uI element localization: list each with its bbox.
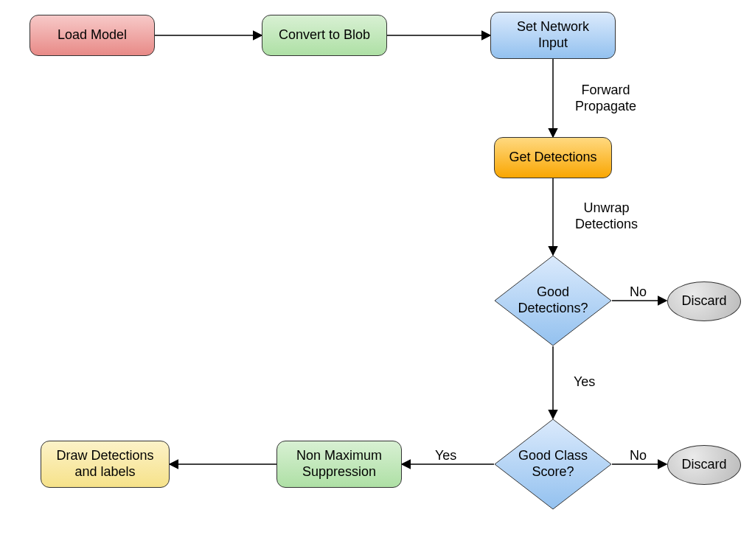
edge-label-line: Propagate <box>575 99 636 115</box>
node-label: Convert to Blob <box>279 27 370 43</box>
edge-label-line: Forward <box>575 83 636 99</box>
node-non-maximum-suppression: Non Maximum Suppression <box>276 441 402 488</box>
node-get-detections: Get Detections <box>494 137 612 178</box>
node-label: Discard <box>681 293 726 309</box>
edge-label-yes-class: Yes <box>435 448 456 464</box>
node-label-line: and labels <box>56 464 153 480</box>
edge-label-unwrap-detections: Unwrap Detections <box>575 200 638 232</box>
edge-label-line: Detections <box>575 217 638 233</box>
edge-label-no-detections: No <box>630 284 647 301</box>
node-convert-to-blob: Convert to Blob <box>262 15 387 56</box>
decision-good-class-score: Good Class Score? <box>494 419 612 510</box>
node-label-line: Good Class <box>518 448 588 464</box>
node-load-model: Load Model <box>29 15 155 56</box>
node-label: Discard <box>681 457 726 473</box>
node-label-line: Non Maximum <box>296 448 382 464</box>
node-discard-class: Discard <box>667 445 741 485</box>
node-label: Get Detections <box>509 150 596 166</box>
node-discard-detections: Discard <box>667 281 741 321</box>
decision-good-detections: Good Detections? <box>494 255 612 346</box>
node-label-line: Score? <box>518 464 588 480</box>
node-label-line: Set Network <box>517 19 589 35</box>
node-label-line: Suppression <box>296 464 382 480</box>
node-label-line: Good <box>518 284 588 301</box>
node-draw-detections: Draw Detections and labels <box>41 441 170 488</box>
node-label-line: Input <box>517 35 589 52</box>
node-set-network-input: Set Network Input <box>490 12 616 59</box>
node-label-line: Draw Detections <box>56 448 153 464</box>
edge-label-yes-detections: Yes <box>574 374 595 391</box>
edge-label-forward-propagate: Forward Propagate <box>575 83 636 114</box>
edge-label-line: Unwrap <box>575 200 638 217</box>
node-label: Load Model <box>58 27 127 43</box>
edge-label-no-class: No <box>630 448 647 464</box>
node-label-line: Detections? <box>518 301 588 317</box>
flowchart-canvas: Load Model Convert to Blob Set Network I… <box>0 0 755 560</box>
